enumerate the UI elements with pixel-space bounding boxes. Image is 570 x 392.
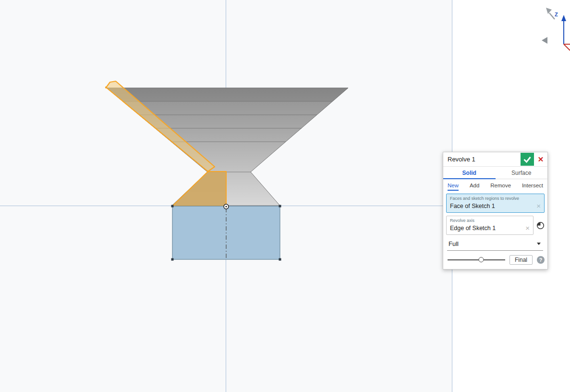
profile-vertex-dot[interactable] [207, 171, 209, 172]
clear-selection-icon[interactable]: × [536, 202, 541, 209]
revolved-body-top-band [107, 88, 348, 101]
vertex-handle[interactable] [279, 205, 281, 208]
rotate-arrow-icon[interactable] [549, 13, 555, 19]
x-icon: ✕ [538, 155, 544, 164]
cad-application: Z Revolve 1 ✕ Solid Surface New Add [0, 0, 570, 392]
clock-icon [536, 221, 545, 230]
boolean-mode-tabs: New Add Remove Intersect [443, 179, 547, 192]
dialog-header: Revolve 1 ✕ [443, 152, 547, 167]
rotate-left-icon[interactable] [542, 37, 547, 44]
dialog-title: Revolve 1 [443, 152, 520, 166]
preview-slider[interactable] [448, 257, 505, 263]
tab-remove[interactable]: Remove [490, 179, 511, 192]
faces-to-revolve-label: Faces and sketch regions to revolve [450, 196, 541, 201]
slider-track[interactable] [448, 259, 505, 260]
vertex-handle[interactable] [171, 205, 174, 208]
angle-slider-thumb[interactable] [478, 257, 484, 262]
body-type-tabs: Solid Surface [443, 167, 547, 179]
revolve-axis-row: Revolve axis Edge of Sketch 1 × [446, 216, 545, 235]
revolve-type-value: Full [449, 240, 537, 247]
rotate-arrow-head-icon [546, 8, 552, 14]
z-axis-label: Z [555, 12, 558, 17]
faces-to-revolve-value: Face of Sketch 1 [450, 203, 536, 209]
tab-surface[interactable]: Surface [496, 167, 548, 179]
profile-vertex-dot[interactable] [105, 86, 107, 88]
final-button[interactable]: Final [509, 255, 533, 265]
chevron-down-icon [537, 243, 541, 245]
tab-solid[interactable]: Solid [443, 167, 496, 179]
tab-new[interactable]: New [448, 179, 459, 192]
origin-marker-dot [225, 206, 227, 207]
revolve-axis-value: Edge of Sketch 1 [450, 225, 525, 232]
revolve-type-select[interactable]: Full [447, 238, 543, 251]
revolve-axis-field[interactable]: Revolve axis Edge of Sketch 1 × [446, 216, 534, 235]
y-axis-line [564, 44, 570, 50]
axis-side-button[interactable] [536, 221, 545, 230]
cancel-button[interactable]: ✕ [534, 152, 547, 166]
checkmark-icon [523, 156, 532, 163]
confirm-button[interactable] [521, 153, 534, 166]
dialog-footer: Final ? [446, 255, 545, 265]
dialog-body: Faces and sketch regions to revolve Face… [443, 192, 547, 269]
clear-axis-icon[interactable]: × [525, 224, 530, 232]
revolve-dialog: Revolve 1 ✕ Solid Surface New Add Remove… [443, 152, 548, 270]
tab-intersect[interactable]: Intersect [522, 179, 543, 192]
revolve-axis-label: Revolve axis [450, 218, 530, 223]
vertex-handle[interactable] [279, 258, 281, 261]
vertex-handle[interactable] [171, 258, 174, 261]
view-orientation-triad[interactable]: Z [536, 0, 570, 62]
faces-to-revolve-field[interactable]: Faces and sketch regions to revolve Face… [446, 194, 545, 213]
help-icon[interactable]: ? [537, 256, 545, 264]
tab-add[interactable]: Add [470, 179, 479, 192]
